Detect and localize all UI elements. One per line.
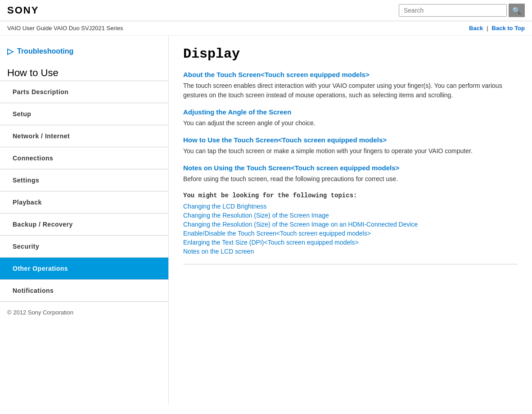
sidebar-item-settings[interactable]: Settings	[0, 169, 168, 191]
guide-title: VAIO User Guide VAIO Duo SVJ2021 Series	[7, 25, 123, 32]
how-to-use-title: How to Use	[0, 64, 168, 81]
sidebar-item-playback[interactable]: Playback	[0, 191, 168, 214]
section-desc-2: You can tap the touch screen or make a s…	[183, 146, 518, 156]
nav-links: Back | Back to Top	[469, 25, 525, 32]
copyright: © 2012 Sony Corporation	[0, 302, 168, 323]
topic-link-5[interactable]: Notes on the LCD screen	[183, 248, 518, 255]
sidebar-item-backup-recovery[interactable]: Backup / Recovery	[0, 214, 168, 236]
page-title: Display	[183, 46, 518, 62]
search-icon: 🔍	[512, 6, 521, 15]
sidebar-item-notifications[interactable]: Notifications	[0, 280, 168, 302]
sony-logo: SONY	[7, 5, 39, 16]
back-to-top-link[interactable]: Back to Top	[492, 25, 525, 32]
section-link-2[interactable]: How to Use the Touch Screen<Touch screen…	[183, 136, 518, 144]
section-desc-3: Before using the touch screen, read the …	[183, 174, 518, 184]
troubleshooting-link[interactable]: ▷ Troubleshooting	[0, 43, 168, 64]
troubleshooting-label: Troubleshooting	[17, 47, 73, 55]
search-button[interactable]: 🔍	[509, 4, 525, 17]
section-desc-1: You can adjust the screen angle of your …	[183, 118, 518, 128]
search-area: 🔍	[399, 4, 525, 17]
search-input[interactable]	[399, 4, 507, 17]
sidebar-item-other-operations[interactable]: Other Operations	[0, 258, 168, 280]
arrow-icon: ▷	[7, 46, 14, 56]
nav-separator: |	[487, 25, 488, 32]
section-link-3[interactable]: Notes on Using the Touch Screen<Touch sc…	[183, 164, 518, 172]
main-content: Display About the Touch Screen<Touch scr…	[169, 36, 532, 405]
sidebar-item-connections[interactable]: Connections	[0, 147, 168, 169]
sidebar-item-security[interactable]: Security	[0, 236, 168, 258]
topic-link-3[interactable]: Enable/Disable the Touch Screen<Touch sc…	[183, 230, 518, 237]
topic-link-1[interactable]: Changing the Resolution (Size) of the Sc…	[183, 212, 518, 219]
topic-link-0[interactable]: Changing the LCD Brightness	[183, 203, 518, 210]
sidebar: ▷ Troubleshooting How to Use Parts Descr…	[0, 36, 169, 405]
topic-link-2[interactable]: Changing the Resolution (Size) of the Sc…	[183, 221, 518, 228]
breadcrumb-bar: VAIO User Guide VAIO Duo SVJ2021 Series …	[0, 21, 532, 36]
topic-link-4[interactable]: Enlarging the Text Size (DPI)<Touch scre…	[183, 239, 518, 246]
sidebar-item-network-internet[interactable]: Network / Internet	[0, 125, 168, 147]
sidebar-item-setup[interactable]: Setup	[0, 103, 168, 125]
back-link[interactable]: Back	[469, 25, 483, 32]
section-link-1[interactable]: Adjusting the Angle of the Screen	[183, 108, 518, 116]
layout: ▷ Troubleshooting How to Use Parts Descr…	[0, 36, 532, 405]
header: SONY 🔍	[0, 0, 532, 21]
section-desc-0: The touch screen enables direct interact…	[183, 81, 518, 100]
sidebar-item-parts-description[interactable]: Parts Description	[0, 81, 168, 103]
topics-label: You might be looking for the following t…	[183, 192, 518, 199]
section-link-0[interactable]: About the Touch Screen<Touch screen equi…	[183, 71, 518, 78]
divider	[183, 264, 518, 264]
